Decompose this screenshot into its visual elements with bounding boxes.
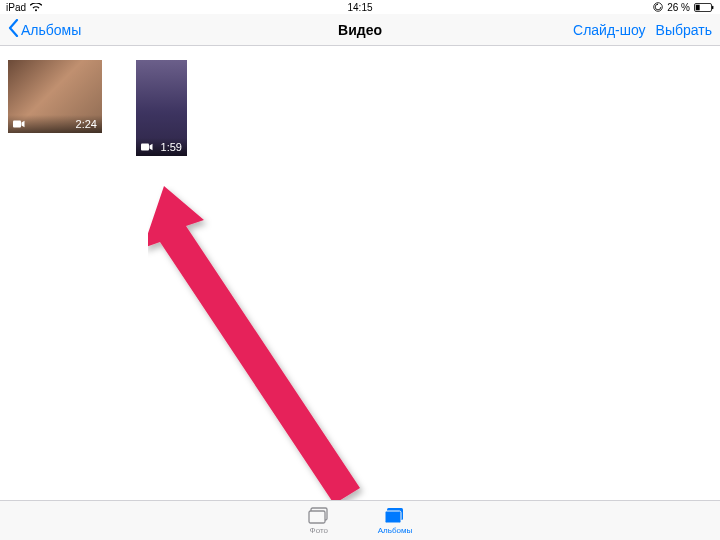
nav-bar: Альбомы Видео Слайд-шоу Выбрать — [0, 14, 720, 46]
video-duration: 1:59 — [161, 141, 182, 153]
svg-rect-3 — [712, 5, 713, 9]
rotation-lock-icon — [653, 2, 663, 12]
video-thumbnail[interactable]: 2:24 — [8, 60, 102, 133]
back-button[interactable]: Альбомы — [8, 19, 81, 40]
back-label: Альбомы — [21, 22, 81, 38]
video-thumbnail[interactable]: 1:59 — [136, 60, 187, 156]
tab-photos[interactable]: Фото — [308, 507, 330, 535]
tab-albums[interactable]: Альбомы — [378, 507, 412, 535]
chevron-left-icon — [8, 19, 19, 40]
slideshow-button[interactable]: Слайд-шоу — [573, 22, 646, 38]
video-grid: 2:24 1:59 — [0, 46, 720, 500]
svg-rect-4 — [13, 121, 21, 128]
status-bar: iPad 14:15 26 % — [0, 0, 720, 14]
select-button[interactable]: Выбрать — [656, 22, 712, 38]
page-title: Видео — [338, 22, 382, 38]
annotation-arrow — [148, 186, 378, 520]
wifi-icon — [30, 3, 42, 12]
tab-label: Альбомы — [378, 526, 412, 535]
svg-rect-7 — [309, 511, 325, 523]
albums-icon — [384, 507, 406, 525]
battery-icon — [694, 3, 714, 12]
svg-rect-5 — [141, 144, 149, 151]
clock: 14:15 — [347, 2, 372, 13]
photos-icon — [308, 507, 330, 525]
device-label: iPad — [6, 2, 26, 13]
video-icon — [13, 118, 25, 130]
tab-label: Фото — [310, 526, 328, 535]
svg-rect-2 — [696, 4, 700, 10]
video-duration: 2:24 — [76, 118, 97, 130]
video-icon — [141, 141, 153, 153]
tab-bar: Фото Альбомы — [0, 500, 720, 540]
svg-rect-9 — [385, 511, 401, 523]
battery-percent: 26 % — [667, 2, 690, 13]
